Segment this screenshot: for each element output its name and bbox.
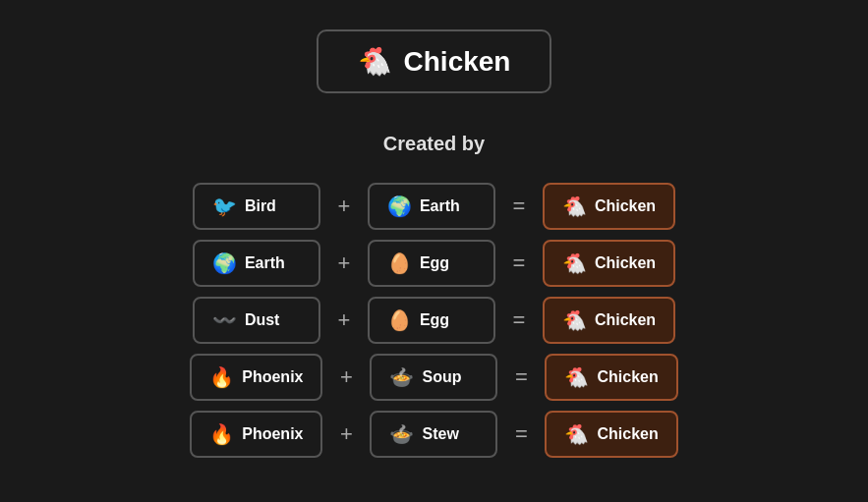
ingredient1-label: Dust (245, 311, 280, 329)
ingredient2-box[interactable]: 🥚 Egg (368, 297, 495, 344)
ingredient1-label: Phoenix (242, 425, 303, 443)
ingredient2-icon: 🍲 (389, 365, 414, 389)
chicken-icon: 🐔 (358, 45, 392, 78)
ingredient2-icon: 🌍 (387, 195, 412, 218)
plus-operator: + (334, 251, 354, 276)
ingredient1-label: Phoenix (242, 368, 303, 386)
recipe-row: 🔥 Phoenix + 🍲 Stew = 🐔 Chicken (190, 411, 677, 458)
ingredient1-box[interactable]: 〰️ Dust (193, 297, 320, 344)
result-box[interactable]: 🐔 Chicken (543, 183, 675, 230)
ingredient2-label: Egg (420, 254, 449, 272)
ingredient2-label: Soup (422, 368, 461, 386)
result-box[interactable]: 🐔 Chicken (545, 354, 677, 401)
equals-operator: = (509, 194, 529, 219)
equals-operator: = (509, 251, 529, 276)
ingredient2-icon: 🥚 (387, 308, 412, 332)
plus-operator: + (334, 307, 354, 333)
result-box[interactable]: 🐔 Chicken (543, 240, 675, 287)
plus-operator: + (334, 194, 354, 219)
result-icon: 🐔 (562, 308, 587, 332)
ingredient1-box[interactable]: 🔥 Phoenix (190, 354, 322, 401)
ingredient2-box[interactable]: 🌍 Earth (368, 183, 495, 230)
ingredient1-box[interactable]: 🔥 Phoenix (190, 411, 322, 458)
result-icon: 🐔 (564, 365, 589, 389)
result-box[interactable]: 🐔 Chicken (543, 297, 675, 344)
ingredient1-icon: 🌍 (212, 251, 237, 275)
equals-operator: = (511, 421, 531, 447)
ingredient1-box[interactable]: 🐦 Bird (193, 183, 320, 230)
page-title: Chicken (404, 46, 511, 78)
result-label: Chicken (595, 311, 656, 329)
ingredient1-icon: 🔥 (209, 422, 234, 446)
result-label: Chicken (597, 368, 658, 386)
recipe-row: 🌍 Earth + 🥚 Egg = 🐔 Chicken (193, 240, 675, 287)
section-heading: Created by (383, 133, 485, 155)
result-box[interactable]: 🐔 Chicken (545, 411, 677, 458)
recipe-row: 〰️ Dust + 🥚 Egg = 🐔 Chicken (193, 297, 675, 344)
result-label: Chicken (595, 197, 656, 215)
title-container: 🐔 Chicken (317, 29, 552, 93)
result-icon: 🐔 (562, 251, 587, 275)
ingredient2-icon: 🍲 (389, 422, 414, 446)
ingredient1-label: Bird (245, 197, 276, 215)
plus-operator: + (336, 421, 356, 447)
recipe-row: 🔥 Phoenix + 🍲 Soup = 🐔 Chicken (190, 354, 677, 401)
ingredient1-box[interactable]: 🌍 Earth (193, 240, 320, 287)
ingredient2-label: Egg (420, 311, 449, 329)
ingredient1-icon: 🔥 (209, 365, 234, 389)
ingredient2-box[interactable]: 🍲 Soup (370, 354, 497, 401)
ingredient2-label: Earth (420, 197, 460, 215)
ingredient2-box[interactable]: 🍲 Stew (370, 411, 497, 458)
ingredient2-icon: 🥚 (387, 251, 412, 275)
result-icon: 🐔 (562, 195, 587, 218)
equals-operator: = (511, 364, 531, 390)
result-label: Chicken (597, 425, 658, 443)
recipe-row: 🐦 Bird + 🌍 Earth = 🐔 Chicken (193, 183, 675, 230)
ingredient2-label: Stew (422, 425, 458, 443)
ingredient2-box[interactable]: 🥚 Egg (368, 240, 495, 287)
recipes-grid: 🐦 Bird + 🌍 Earth = 🐔 Chicken 🌍 Earth + 🥚… (20, 183, 848, 458)
result-label: Chicken (595, 254, 656, 272)
result-icon: 🐔 (564, 422, 589, 446)
ingredient1-label: Earth (245, 254, 285, 272)
ingredient1-icon: 〰️ (212, 308, 237, 332)
equals-operator: = (509, 307, 529, 333)
ingredient1-icon: 🐦 (212, 195, 237, 218)
plus-operator: + (336, 364, 356, 390)
